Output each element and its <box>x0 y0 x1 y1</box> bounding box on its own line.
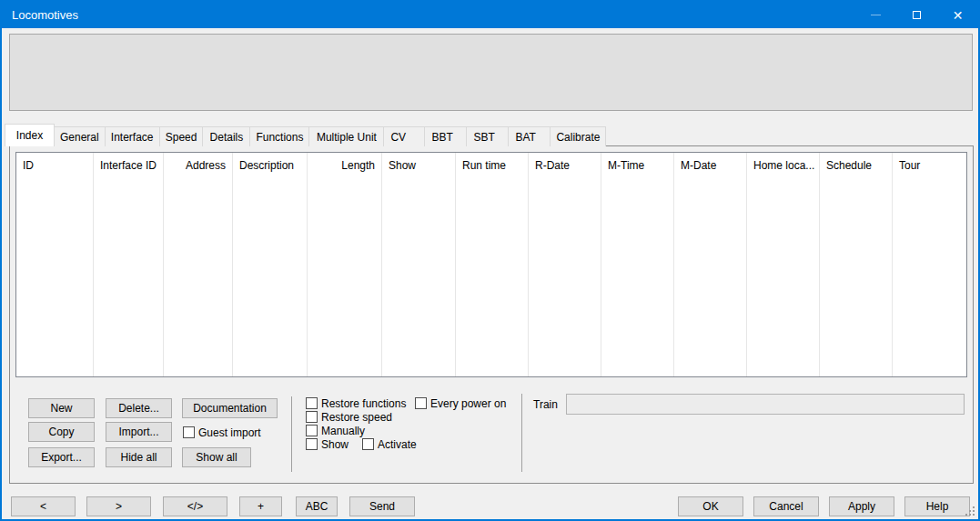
tab-details[interactable]: Details <box>202 126 250 146</box>
every-power-on-option: Every power on <box>415 396 506 410</box>
copy-button[interactable]: Copy <box>28 422 95 442</box>
show-checkbox[interactable] <box>306 438 318 450</box>
minimize-button[interactable] <box>855 2 896 28</box>
ok-button[interactable]: OK <box>678 496 743 516</box>
show-option: Show <box>306 437 349 451</box>
tab-cv[interactable]: CV <box>383 126 425 146</box>
minimize-icon <box>871 15 881 15</box>
export-button[interactable]: Export... <box>28 447 95 467</box>
tab-general[interactable]: General <box>54 126 106 146</box>
column-header-home-location[interactable]: Home loca... <box>747 153 819 177</box>
code-button[interactable]: </> <box>163 496 227 516</box>
column-header-r-date[interactable]: R-Date <box>529 153 601 177</box>
every-power-on-checkbox[interactable] <box>415 397 427 409</box>
guest-import-checkbox[interactable] <box>183 426 195 438</box>
column-header-description[interactable]: Description <box>233 153 307 177</box>
tab-bat[interactable]: BAT <box>508 126 551 146</box>
column-show: Show <box>382 153 456 376</box>
help-button[interactable]: Help <box>904 496 970 516</box>
next-button[interactable]: > <box>86 496 151 516</box>
tab-speed[interactable]: Speed <box>159 126 204 146</box>
guest-import-option: Guest import <box>183 426 261 439</box>
column-interface-id: Interface ID <box>94 153 164 376</box>
train-input[interactable] <box>566 394 965 415</box>
guest-import-label: Guest import <box>198 426 261 439</box>
activate-option: Activate <box>362 437 417 451</box>
train-label: Train <box>533 398 558 411</box>
delete-button[interactable]: Delete... <box>106 398 172 418</box>
window-controls: ✕ <box>855 2 978 28</box>
new-button[interactable]: New <box>28 398 95 418</box>
preview-panel <box>9 34 973 111</box>
column-description: Description <box>233 153 308 376</box>
tab-strip: Index General Interface Speed Details Fu… <box>5 124 605 146</box>
documentation-button[interactable]: Documentation <box>182 398 278 418</box>
tab-sbt[interactable]: SBT <box>466 126 509 146</box>
column-header-interface-id[interactable]: Interface ID <box>94 153 163 177</box>
tab-calibrate[interactable]: Calibrate <box>550 126 606 146</box>
column-m-date: M-Date <box>674 153 747 376</box>
column-length: Length <box>308 153 382 376</box>
cancel-button[interactable]: Cancel <box>753 496 819 516</box>
tab-interface[interactable]: Interface <box>105 126 160 146</box>
locomotive-list[interactable]: ID Interface ID Address Description Leng… <box>15 152 967 377</box>
hide-all-button[interactable]: Hide all <box>106 447 172 467</box>
locomotives-dialog: Locomotives ✕ Index General Interface Sp… <box>0 0 980 521</box>
separator-1 <box>291 396 292 472</box>
manually-option: Manually <box>306 424 365 437</box>
show-all-button[interactable]: Show all <box>182 447 251 467</box>
maximize-icon <box>913 11 921 19</box>
restore-speed-checkbox[interactable] <box>306 411 318 423</box>
manually-label: Manually <box>321 425 365 437</box>
column-m-time: M-Time <box>601 153 674 376</box>
plus-button[interactable]: + <box>239 496 282 516</box>
column-id: ID <box>16 153 94 376</box>
close-icon: ✕ <box>953 9 964 22</box>
column-header-m-time[interactable]: M-Time <box>601 153 673 177</box>
manually-checkbox[interactable] <box>306 425 318 436</box>
column-header-tour[interactable]: Tour <box>893 153 966 177</box>
column-header-address[interactable]: Address <box>164 153 232 177</box>
abc-button[interactable]: ABC <box>296 496 338 516</box>
column-header-show[interactable]: Show <box>382 153 455 177</box>
column-home-location: Home loca... <box>747 153 820 376</box>
import-button[interactable]: Import... <box>106 422 172 442</box>
restore-functions-checkbox[interactable] <box>306 397 318 409</box>
titlebar: Locomotives ✕ <box>2 2 978 28</box>
restore-speed-option: Restore speed <box>306 410 392 424</box>
send-button[interactable]: Send <box>349 496 415 516</box>
column-tour: Tour <box>893 153 966 376</box>
column-header-schedule[interactable]: Schedule <box>820 153 892 177</box>
column-address: Address <box>164 153 233 376</box>
window-title: Locomotives <box>2 8 78 22</box>
column-run-time: Run time <box>456 153 529 376</box>
show-label: Show <box>321 438 349 451</box>
restore-functions-option: Restore functions <box>306 396 406 410</box>
resize-grip-icon[interactable] <box>965 506 976 517</box>
column-schedule: Schedule <box>820 153 893 376</box>
separator-2 <box>521 394 522 472</box>
prev-button[interactable]: < <box>11 496 76 516</box>
tab-index[interactable]: Index <box>5 124 55 146</box>
apply-button[interactable]: Apply <box>829 496 894 516</box>
tab-multiple-unit[interactable]: Multiple Unit <box>308 126 384 146</box>
activate-label: Activate <box>378 438 417 451</box>
column-r-date: R-Date <box>529 153 601 376</box>
every-power-on-label: Every power on <box>430 397 506 410</box>
close-button[interactable]: ✕ <box>937 2 978 28</box>
restore-functions-label: Restore functions <box>321 397 406 410</box>
column-header-length[interactable]: Length <box>308 153 381 177</box>
column-header-id[interactable]: ID <box>16 153 93 177</box>
tab-functions[interactable]: Functions <box>249 126 309 146</box>
column-header-run-time[interactable]: Run time <box>456 153 528 177</box>
maximize-button[interactable] <box>896 2 937 28</box>
activate-checkbox[interactable] <box>362 438 374 450</box>
restore-speed-label: Restore speed <box>321 411 392 424</box>
column-header-m-date[interactable]: M-Date <box>674 153 746 177</box>
tab-bbt[interactable]: BBT <box>424 126 467 146</box>
index-tab-page: ID Interface ID Address Description Leng… <box>9 145 974 484</box>
